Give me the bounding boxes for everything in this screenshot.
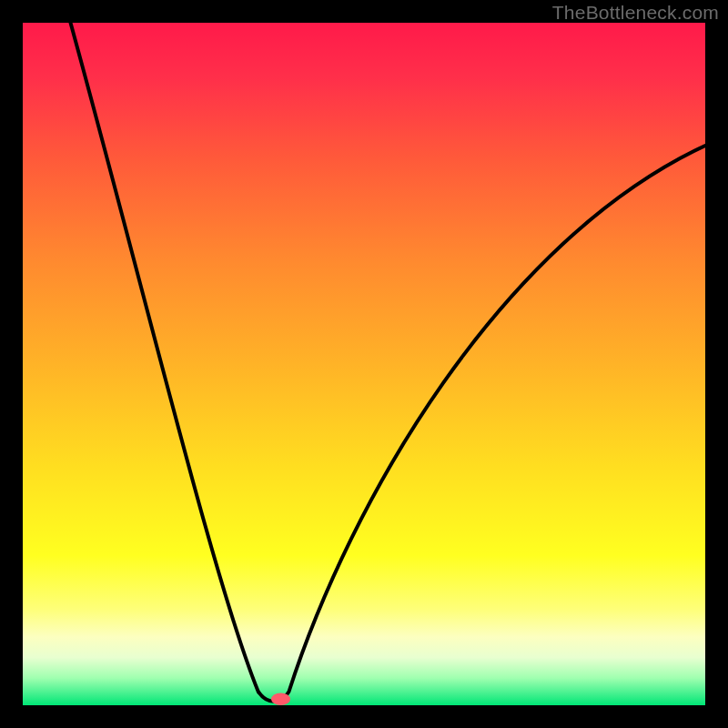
bottleneck-curve-chart	[23, 23, 705, 705]
optimal-point-marker	[271, 693, 290, 706]
gradient-background	[23, 23, 705, 705]
plot-area	[23, 23, 705, 705]
attribution-text: TheBottleneck.com	[552, 2, 719, 24]
chart-container: TheBottleneck.com	[0, 0, 728, 728]
